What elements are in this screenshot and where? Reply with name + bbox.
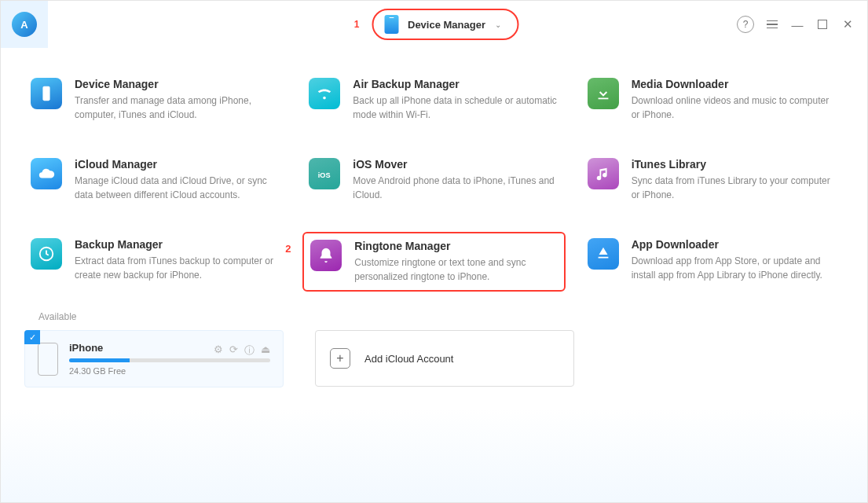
dropdown-label: Device Manager [408, 19, 485, 31]
storage-bar [69, 358, 270, 362]
plus-icon: + [330, 348, 350, 369]
device-info-icon[interactable]: ⓘ [244, 343, 255, 358]
card-title: Ringtone Manager [354, 240, 557, 252]
help-button[interactable]: ? [737, 16, 754, 33]
device-eject-icon[interactable]: ⏏ [261, 343, 270, 358]
device-phone-icon [38, 343, 58, 376]
device-manager-dropdown[interactable]: Device Manager ⌄ [372, 9, 518, 40]
card-ringtone-manager[interactable]: 2 Ringtone ManagerCustomize ringtone or … [302, 232, 565, 292]
maximize-button[interactable] [815, 17, 830, 31]
clock-icon [31, 238, 62, 270]
menu-button[interactable] [765, 17, 779, 31]
card-title: iTunes Library [632, 158, 837, 171]
svg-rect-0 [42, 86, 49, 101]
card-backup-manager[interactable]: Backup ManagerExtract data from iTunes b… [24, 232, 287, 292]
card-air-backup[interactable]: Air Backup ManagerBack up all iPhone dat… [302, 72, 565, 128]
check-icon: ✓ [24, 330, 40, 344]
card-ios-mover[interactable]: iOS iOS MoverMove Android phone data to … [302, 152, 565, 208]
card-desc: Sync data from iTunes Library to your co… [632, 174, 837, 202]
phone-icon [31, 78, 62, 109]
card-media-downloader[interactable]: Media DownloaderDownload online videos a… [581, 72, 844, 128]
app-logo: A [1, 1, 48, 48]
card-desc: Move Android phone data to iPhone, iTune… [353, 174, 559, 202]
card-desc: Manage iCloud data and iCloud Drive, or … [75, 174, 280, 202]
callout-2: 2 [285, 243, 291, 255]
card-title: Air Backup Manager [353, 78, 559, 90]
card-title: Media Downloader [632, 78, 837, 90]
svg-text:iOS: iOS [318, 171, 331, 179]
card-desc: Transfer and manage data among iPhone, c… [75, 94, 280, 122]
card-desc: Extract data from iTunes backup to compu… [75, 254, 280, 282]
card-title: Backup Manager [75, 238, 280, 251]
card-app-downloader[interactable]: App DownloaderDownload app from App Stor… [581, 232, 844, 292]
background-wave [1, 408, 867, 502]
app-store-icon [588, 238, 619, 270]
add-account-label: Add iCloud Account [364, 353, 453, 365]
card-itunes-library[interactable]: iTunes LibrarySync data from iTunes Libr… [581, 152, 844, 208]
ios-icon: iOS [309, 158, 340, 189]
bell-icon [310, 240, 342, 271]
device-name: iPhone [69, 342, 103, 354]
card-desc: Download online videos and music to comp… [632, 94, 837, 122]
card-desc: Download app from App Store, or update a… [632, 254, 837, 282]
card-icloud-manager[interactable]: iCloud ManagerManage iCloud data and iCl… [24, 152, 287, 208]
card-title: iCloud Manager [75, 158, 280, 171]
device-settings-icon[interactable]: ⚙ [214, 343, 223, 358]
minimize-button[interactable]: — [790, 17, 804, 31]
device-card[interactable]: ✓ iPhone ⚙ ⟳ ⓘ ⏏ 24.30 GB Free [24, 330, 284, 387]
phone-icon [384, 15, 398, 34]
add-icloud-account-button[interactable]: + Add iCloud Account [315, 330, 574, 387]
device-free-space: 24.30 GB Free [69, 366, 270, 376]
close-button[interactable]: ✕ [841, 17, 855, 31]
cloud-icon [31, 158, 62, 189]
chevron-down-icon: ⌄ [495, 20, 501, 29]
callout-1: 1 [350, 17, 364, 31]
wifi-icon [309, 78, 340, 109]
card-desc: Back up all iPhone data in schedule or a… [353, 94, 559, 122]
card-desc: Customize ringtone or text tone and sync… [354, 255, 557, 284]
download-icon [588, 78, 619, 109]
music-icon [588, 158, 619, 189]
card-title: App Downloader [632, 238, 837, 251]
available-label: Available [38, 311, 844, 322]
device-refresh-icon[interactable]: ⟳ [229, 343, 238, 358]
card-title: Device Manager [75, 78, 280, 90]
card-title: iOS Mover [353, 158, 559, 171]
card-device-manager[interactable]: Device ManagerTransfer and manage data a… [24, 72, 287, 128]
